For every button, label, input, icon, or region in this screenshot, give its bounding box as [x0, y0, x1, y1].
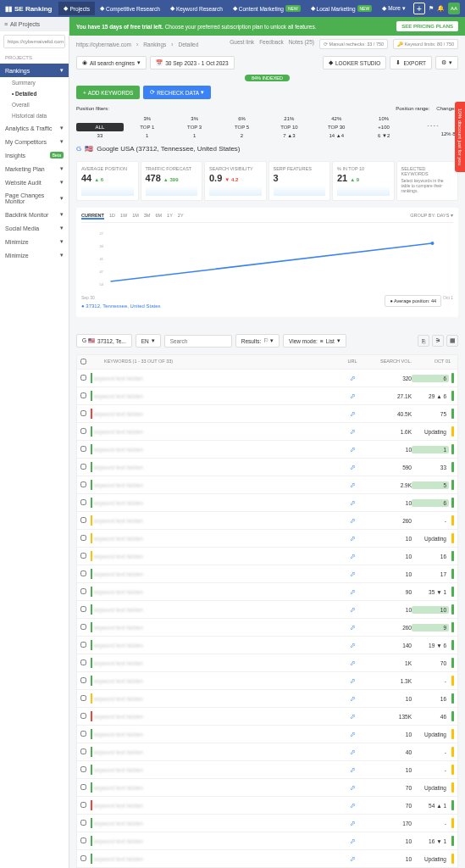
sidebar-item-rankings[interactable]: Rankings▾	[0, 64, 69, 77]
table-row[interactable]: keyword text hidden⬀1016	[77, 689, 457, 707]
row-checkbox[interactable]	[80, 802, 86, 808]
row-checkbox[interactable]	[80, 464, 86, 470]
row-checkbox[interactable]	[80, 481, 86, 487]
row-checkbox[interactable]	[80, 624, 86, 630]
columns-icon[interactable]: ▦	[446, 335, 458, 347]
chart-tab[interactable]: 1M	[132, 213, 139, 220]
guest-link[interactable]: Guest link	[230, 39, 254, 49]
bell-icon[interactable]: 🔔	[437, 5, 445, 12]
table-row[interactable]: keyword text hidden⬀59033	[77, 458, 457, 476]
export-button[interactable]: ⬇ EXPORT	[390, 56, 432, 70]
link-icon[interactable]: ⬀	[335, 642, 369, 649]
topnav-competitive-research[interactable]: ◆ Competitive Research	[95, 2, 165, 15]
sidebar-item-website-audit[interactable]: Website Audit▾	[0, 175, 69, 189]
select-all-checkbox[interactable]	[80, 359, 86, 364]
table-row[interactable]: keyword text hidden⬀10-	[77, 760, 457, 778]
settings-button[interactable]: ⚙ ▾	[435, 56, 458, 70]
row-checkbox[interactable]	[80, 659, 86, 665]
row-checkbox[interactable]	[80, 375, 86, 381]
table-row[interactable]: keyword text hidden⬀106	[77, 493, 457, 511]
chart-tab[interactable]: 1W	[120, 213, 127, 220]
link-icon[interactable]: ⬀	[335, 766, 369, 774]
sidebar-item-analytics-&-traffic[interactable]: Analytics & Traffic▾	[0, 121, 69, 135]
sidebar-item-social-media[interactable]: Social Media▾	[0, 221, 69, 235]
link-icon[interactable]: ⬀	[335, 713, 369, 721]
topnav-keyword-research[interactable]: ◆ Keyword Research	[165, 2, 228, 15]
table-row[interactable]: keyword text hidden⬀1017	[77, 565, 457, 582]
link-icon[interactable]: ⬀	[335, 784, 369, 792]
sidebar-item-backlink-monitor[interactable]: Backlink Monitor▾	[0, 208, 69, 221]
add-button[interactable]: +	[413, 3, 425, 14]
topnav-more[interactable]: ◆ More ▾	[377, 2, 411, 15]
link-icon[interactable]: ⬀	[335, 820, 369, 827]
row-checkbox[interactable]	[80, 695, 86, 701]
pos-col[interactable]: TOP 1	[124, 123, 171, 131]
row-checkbox[interactable]	[80, 820, 86, 826]
th-oct[interactable]: OCT 01	[412, 359, 454, 365]
row-checkbox[interactable]	[80, 428, 86, 434]
view-mode-select[interactable]: View mode: ≡ List ▾	[283, 334, 346, 348]
link-icon[interactable]: ⬀	[335, 446, 369, 453]
pos-col[interactable]: ALL	[76, 123, 124, 131]
table-row[interactable]: keyword text hidden⬀40.5K75	[77, 404, 457, 422]
sidebar-sub-summary[interactable]: Summary	[0, 77, 69, 88]
link-icon[interactable]: ⬀	[335, 588, 369, 596]
row-checkbox[interactable]	[80, 606, 86, 612]
table-row[interactable]: keyword text hidden⬀27.1K29 ▲ 6	[77, 387, 457, 404]
sidebar-item-insights[interactable]: InsightsBeta	[0, 148, 69, 162]
metric-card[interactable]: TRAFFIC FORECAST478 ▲ 399	[141, 161, 203, 201]
th-url[interactable]: URL	[335, 359, 369, 365]
pos-col[interactable]: +100	[360, 123, 407, 131]
link-icon[interactable]: ⬀	[335, 748, 369, 756]
row-checkbox[interactable]	[80, 642, 86, 648]
table-row[interactable]: keyword text hidden⬀135K46	[77, 707, 457, 725]
table-row[interactable]: keyword text hidden⬀10Updating	[77, 529, 457, 547]
table-row[interactable]: keyword text hidden⬀14019 ▼ 6	[77, 636, 457, 654]
table-row[interactable]: keyword text hidden⬀260-	[77, 511, 457, 529]
link-icon[interactable]: ⬀	[335, 606, 369, 614]
row-checkbox[interactable]	[80, 766, 86, 772]
row-checkbox[interactable]	[80, 588, 86, 594]
th-searchvol[interactable]: SEARCH VOL.	[369, 359, 412, 365]
link-icon[interactable]: ⬀	[335, 499, 369, 507]
table-row[interactable]: keyword text hidden⬀40-	[77, 743, 457, 760]
group-by-select[interactable]: GROUP BY: DAYS ▾	[410, 213, 453, 220]
pos-col[interactable]: TOP 30	[313, 123, 360, 131]
link-icon[interactable]: ⬀	[335, 695, 369, 703]
row-checkbox[interactable]	[80, 837, 86, 843]
link-icon[interactable]: ⬀	[335, 481, 369, 489]
recheck-button[interactable]: ⟳ RECHECK DATA ▾	[143, 86, 211, 99]
sidebar-item-minimize[interactable]: Minimize▾	[0, 235, 69, 248]
copy-icon[interactable]: ⎘	[418, 335, 429, 347]
link-icon[interactable]: ⬀	[335, 855, 369, 863]
location-select[interactable]: G 🇺🇸 37312, Te...	[76, 334, 132, 348]
table-row[interactable]: keyword text hidden⬀1.3K-	[77, 671, 457, 689]
table-row[interactable]: keyword text hidden⬀1016	[77, 547, 457, 565]
project-url-select[interactable]: https://cybernaiveltd.com	[3, 35, 65, 48]
topnav-projects[interactable]: ◆ Projects	[58, 2, 94, 15]
sidebar-sub-overall[interactable]: Overall	[0, 99, 69, 110]
row-checkbox[interactable]	[80, 446, 86, 452]
link-icon[interactable]: ⬀	[335, 570, 369, 578]
table-row[interactable]: keyword text hidden⬀1.6KUpdating	[77, 422, 457, 440]
sidebar-item-minimize[interactable]: Minimize▾	[0, 248, 69, 262]
sidebar-item-marketing-plan[interactable]: Marketing Plan▾	[0, 162, 69, 175]
table-row[interactable]: keyword text hidden⬀1010	[77, 600, 457, 618]
topnav-local-marketing[interactable]: ◆ Local Marketing NEW	[306, 2, 378, 15]
promo-banner[interactable]: 10% discount just for you	[455, 102, 465, 172]
link-icon[interactable]: ⬀	[335, 464, 369, 471]
row-checkbox[interactable]	[80, 517, 86, 523]
link-icon[interactable]: ⬀	[335, 410, 369, 418]
row-checkbox[interactable]	[80, 570, 86, 576]
metric-card[interactable]: % IN TOP 1021 ▲ 9	[332, 161, 395, 201]
sidebar-sub-historical-data[interactable]: Historical data	[0, 110, 69, 121]
chart-tab[interactable]: 3M	[144, 213, 151, 220]
pos-col[interactable]: TOP 5	[219, 123, 266, 131]
metric-card[interactable]: SERP FEATURES3	[268, 161, 331, 201]
link-icon[interactable]: ⬀	[335, 428, 369, 436]
search-engine-select[interactable]: ◉ All search engines ▾	[76, 56, 147, 70]
chart-tab[interactable]: 2Y	[178, 213, 184, 220]
row-checkbox[interactable]	[80, 410, 86, 416]
link-icon[interactable]: ⬀	[335, 837, 369, 845]
link-icon[interactable]: ⬀	[335, 535, 369, 542]
